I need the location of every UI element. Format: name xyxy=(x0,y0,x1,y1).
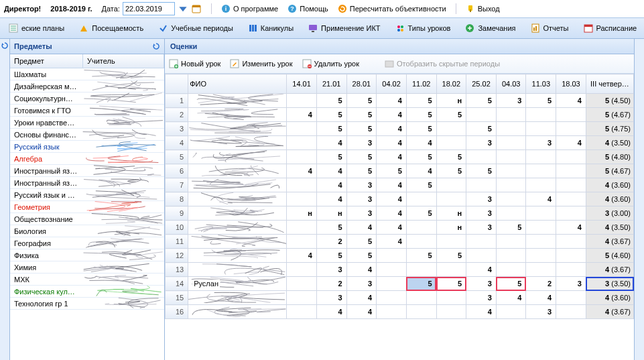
grade-cell[interactable]: 5 xyxy=(346,150,377,164)
subject-row[interactable]: Иностранный яз… xyxy=(10,165,164,177)
grade-cell[interactable]: н xyxy=(316,206,346,221)
grade-cell[interactable]: 4 xyxy=(377,235,407,249)
grade-cell[interactable]: 5 xyxy=(406,178,436,192)
grade-cell[interactable] xyxy=(556,164,586,178)
date-header[interactable]: 21.01 xyxy=(316,74,346,94)
grade-row[interactable]: 8434344 (3.60) xyxy=(166,192,634,206)
grade-cell[interactable] xyxy=(496,263,526,277)
recalc-button[interactable]: Пересчитать объективности xyxy=(338,4,446,13)
grade-cell[interactable] xyxy=(466,150,497,164)
grade-cell[interactable]: 3 xyxy=(466,192,497,206)
grade-cell[interactable] xyxy=(287,94,317,108)
grade-cell[interactable]: 4 xyxy=(316,305,346,319)
grade-row[interactable]: 644554555 (4.67) xyxy=(166,164,634,178)
grade-cell[interactable] xyxy=(436,192,466,206)
subject-row[interactable]: Биология xyxy=(10,225,164,237)
grade-cell[interactable] xyxy=(406,235,436,249)
grade-cell[interactable]: 4 xyxy=(526,291,556,305)
remarks-button[interactable]: Замечания xyxy=(459,21,521,36)
subject-row[interactable]: Геометрия xyxy=(10,201,164,213)
subject-row[interactable]: Русский язык и … xyxy=(10,189,164,201)
grade-cell[interactable]: 4 xyxy=(496,291,526,305)
grade-cell[interactable]: 5 xyxy=(436,249,466,263)
grade-cell[interactable]: 4 xyxy=(526,192,556,206)
subjects-table[interactable]: Предмет Учитель Шахматы Дизайнерская м… … xyxy=(10,54,164,360)
grade-cell[interactable] xyxy=(496,150,526,164)
grade-cell[interactable]: 5 xyxy=(316,249,346,263)
grade-cell[interactable]: 4 xyxy=(316,164,346,178)
grade-cell[interactable] xyxy=(287,136,317,150)
grade-cell[interactable] xyxy=(526,108,556,122)
grade-cell[interactable]: 3 xyxy=(526,136,556,150)
grade-cell[interactable]: 3 xyxy=(346,206,377,221)
date-header[interactable]: 04.03 xyxy=(496,74,526,94)
grade-cell[interactable]: н xyxy=(436,221,466,235)
grade-cell[interactable]: 3 xyxy=(316,263,346,277)
grade-cell[interactable] xyxy=(496,164,526,178)
grade-cell[interactable]: 5 xyxy=(406,206,436,221)
grade-cell[interactable]: 5 xyxy=(496,277,526,291)
fio-header[interactable]: ФИО xyxy=(188,74,287,94)
grade-cell[interactable]: 3 xyxy=(466,206,497,221)
grade-cell[interactable] xyxy=(526,263,556,277)
subject-row[interactable]: Шахматы xyxy=(10,68,164,80)
grade-cell[interactable]: 5 xyxy=(436,164,466,178)
subject-row[interactable]: Социокультурн… xyxy=(10,93,164,105)
col-teacher[interactable]: Учитель xyxy=(83,54,164,68)
grade-cell[interactable]: 5 xyxy=(377,164,407,178)
grade-cell[interactable] xyxy=(556,108,586,122)
grade-row[interactable]: 24554555 (4.67) xyxy=(166,108,634,122)
grade-cell[interactable] xyxy=(496,305,526,319)
grade-cell[interactable]: 3 xyxy=(346,192,377,206)
grade-cell[interactable] xyxy=(466,235,497,249)
grade-cell[interactable]: 5 xyxy=(346,94,377,108)
date-header[interactable]: 11.03 xyxy=(526,74,556,94)
grade-cell[interactable] xyxy=(496,249,526,263)
grade-cell[interactable] xyxy=(496,136,526,150)
grade-cell[interactable]: 2 xyxy=(316,235,346,249)
grade-cell[interactable] xyxy=(406,263,436,277)
grade-cell[interactable] xyxy=(287,221,317,235)
grade-cell[interactable]: 5 xyxy=(346,108,377,122)
grade-cell[interactable]: 4 xyxy=(316,178,346,192)
grade-cell[interactable]: 4 xyxy=(346,263,377,277)
attendance-button[interactable]: Посещаемость xyxy=(73,21,149,36)
grade-cell[interactable] xyxy=(406,291,436,305)
grade-row[interactable]: 14Руслан235535233 (3.50) xyxy=(166,277,634,291)
grade-cell[interactable]: 4 xyxy=(377,122,407,136)
date-header[interactable]: 18.02 xyxy=(436,74,466,94)
grade-cell[interactable] xyxy=(436,178,466,192)
grade-cell[interactable] xyxy=(496,178,526,192)
grade-cell[interactable]: 3 xyxy=(466,277,497,291)
grade-cell[interactable]: 3 xyxy=(316,291,346,305)
grade-cell[interactable]: 4 xyxy=(377,206,407,221)
grades-grid[interactable]: ФИО14.0121.0128.0104.0211.0218.0225.0204… xyxy=(165,74,634,360)
grade-cell[interactable] xyxy=(406,305,436,319)
date-input[interactable] xyxy=(123,2,175,15)
subject-row[interactable]: География xyxy=(10,237,164,249)
grade-cell[interactable] xyxy=(526,122,556,136)
schedule-button[interactable]: Расписание xyxy=(578,21,643,36)
date-header[interactable]: 25.02 xyxy=(466,74,497,94)
grade-cell[interactable] xyxy=(406,192,436,206)
grade-cell[interactable] xyxy=(496,206,526,221)
subject-row[interactable]: Иностранный яз… xyxy=(10,177,164,189)
grade-row[interactable]: 5554555 (4.80) xyxy=(166,150,634,164)
grade-row[interactable]: 12455555 (4.60) xyxy=(166,249,634,263)
grade-cell[interactable] xyxy=(287,277,317,291)
refresh-icon[interactable] xyxy=(1,42,9,50)
grade-cell[interactable] xyxy=(377,263,407,277)
grade-cell[interactable]: 4 xyxy=(377,136,407,150)
grade-cell[interactable]: 4 xyxy=(556,94,586,108)
grade-cell[interactable]: 4 xyxy=(377,221,407,235)
grade-cell[interactable] xyxy=(496,235,526,249)
grade-cell[interactable]: 3 xyxy=(466,221,497,235)
grade-cell[interactable]: 5 xyxy=(346,235,377,249)
grade-cell[interactable] xyxy=(526,206,556,221)
new-lesson-button[interactable]: Новый урок xyxy=(169,59,220,68)
grade-cell[interactable]: 4 xyxy=(377,108,407,122)
grade-cell[interactable]: 5 xyxy=(466,94,497,108)
grade-cell[interactable] xyxy=(406,221,436,235)
plans-button[interactable]: еские планы xyxy=(3,21,70,36)
grade-cell[interactable] xyxy=(436,235,466,249)
